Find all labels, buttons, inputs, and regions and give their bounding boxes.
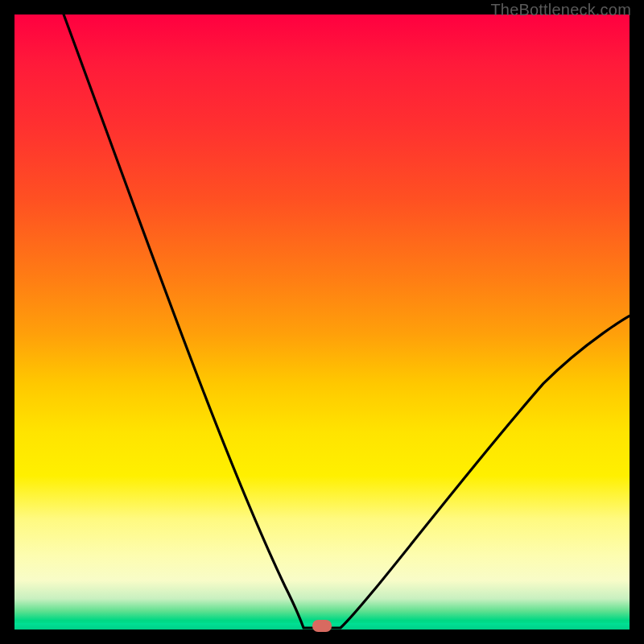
green-baseline bbox=[14, 623, 630, 630]
gradient-background bbox=[14, 14, 630, 630]
watermark-text: TheBottleneck.com bbox=[490, 1, 631, 19]
bottleneck-chart: TheBottleneck.com bbox=[0, 0, 644, 644]
